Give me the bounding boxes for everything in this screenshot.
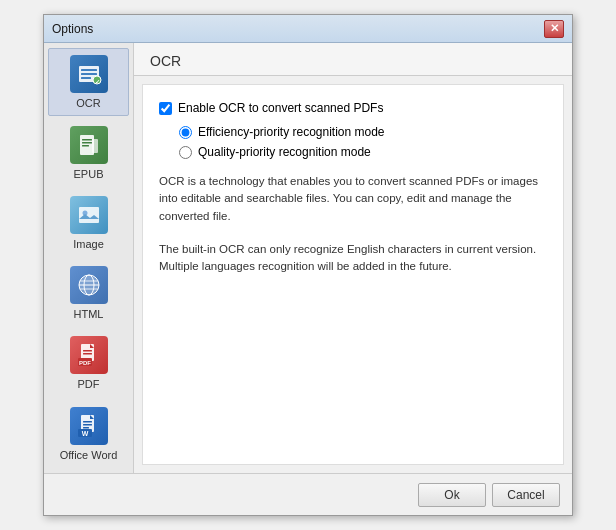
epub-icon (70, 126, 108, 164)
pdf-icon-container: PDF (68, 336, 110, 374)
sidebar-item-ocr[interactable]: ✓ OCR (48, 48, 129, 116)
radio-quality-label[interactable]: Quality-priority recognition mode (198, 145, 371, 159)
dialog-body: ✓ OCR (44, 43, 572, 473)
svg-rect-9 (82, 145, 89, 147)
sidebar-item-epub[interactable]: EPUB (48, 118, 129, 186)
sidebar-item-image[interactable]: Image (48, 189, 129, 257)
sidebar-label-ocr: OCR (76, 97, 100, 109)
radio-efficiency[interactable] (179, 126, 192, 139)
ocr-note: The built-in OCR can only recognize Engl… (159, 241, 547, 276)
radio-quality-row: Quality-priority recognition mode (179, 145, 547, 159)
content-main: Enable OCR to convert scanned PDFs Effic… (142, 84, 564, 465)
svg-text:✓: ✓ (94, 79, 99, 85)
content-area: OCR Enable OCR to convert scanned PDFs E… (134, 43, 572, 473)
svg-rect-24 (83, 421, 92, 423)
svg-rect-8 (82, 142, 92, 144)
html-icon-container (68, 266, 110, 304)
dialog-title: Options (52, 22, 93, 36)
pdf-icon: PDF (70, 336, 108, 374)
sidebar-label-image: Image (73, 238, 104, 250)
ok-button[interactable]: Ok (418, 483, 486, 507)
image-icon (70, 196, 108, 234)
content-header: OCR (134, 43, 572, 76)
cancel-button[interactable]: Cancel (492, 483, 560, 507)
svg-rect-25 (83, 424, 92, 426)
svg-rect-10 (92, 139, 98, 153)
svg-rect-19 (83, 350, 92, 352)
sidebar-item-html[interactable]: HTML (48, 259, 129, 327)
epub-icon-container (68, 126, 110, 164)
svg-rect-1 (81, 69, 97, 71)
options-dialog: Options ✕ ✓ (43, 14, 573, 516)
svg-rect-26 (83, 427, 89, 429)
sidebar-item-pdf[interactable]: PDF PDF (48, 329, 129, 397)
svg-rect-11 (79, 207, 99, 223)
ocr-description: OCR is a technology that enables you to … (159, 173, 547, 225)
ocr-icon: ✓ (70, 55, 108, 93)
radio-efficiency-row: Efficiency-priority recognition mode (179, 125, 547, 139)
svg-text:PDF: PDF (79, 360, 91, 366)
close-button[interactable]: ✕ (544, 20, 564, 38)
image-icon-container (68, 196, 110, 234)
enable-ocr-checkbox[interactable] (159, 102, 172, 115)
svg-rect-7 (82, 139, 92, 141)
sidebar-label-epub: EPUB (74, 168, 104, 180)
svg-rect-3 (81, 77, 91, 79)
sidebar: ✓ OCR (44, 43, 134, 473)
dialog-footer: Ok Cancel (44, 473, 572, 515)
radio-group: Efficiency-priority recognition mode Qua… (179, 125, 547, 159)
radio-efficiency-label[interactable]: Efficiency-priority recognition mode (198, 125, 385, 139)
word-icon-container: W (68, 407, 110, 445)
svg-rect-2 (81, 73, 97, 75)
title-bar: Options ✕ (44, 15, 572, 43)
ocr-icon-container: ✓ (68, 55, 110, 93)
word-icon: W (70, 407, 108, 445)
svg-rect-20 (83, 353, 92, 355)
radio-quality[interactable] (179, 146, 192, 159)
enable-ocr-row: Enable OCR to convert scanned PDFs (159, 101, 547, 115)
sidebar-item-office-word[interactable]: W Office Word (48, 400, 129, 468)
html-icon (70, 266, 108, 304)
sidebar-label-office-word: Office Word (60, 449, 118, 461)
svg-text:W: W (81, 430, 88, 437)
enable-ocr-label[interactable]: Enable OCR to convert scanned PDFs (178, 101, 383, 115)
sidebar-label-pdf: PDF (78, 378, 100, 390)
sidebar-label-html: HTML (74, 308, 104, 320)
section-title: OCR (150, 53, 181, 69)
